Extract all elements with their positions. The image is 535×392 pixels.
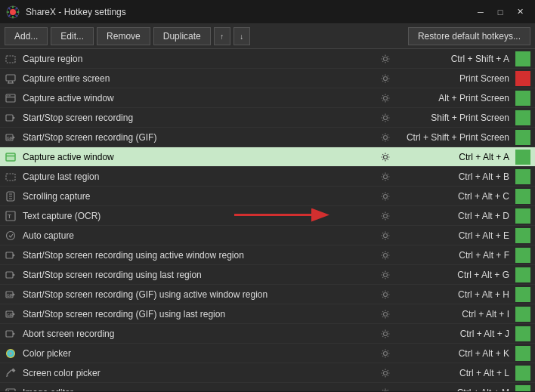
hotkey-label: Ctrl + Alt + E <box>394 230 515 241</box>
svg-point-34 <box>384 214 388 218</box>
hotkey-label: Alt + Print Screen <box>394 93 515 103</box>
list-item[interactable]: Start/Stop screen recording using last r… <box>0 265 535 285</box>
status-indicator <box>515 91 530 106</box>
svg-text:T: T <box>8 213 11 220</box>
row-label: Auto capture <box>23 230 379 241</box>
status-indicator <box>515 71 530 86</box>
record-icon <box>5 249 17 261</box>
image-icon <box>5 387 17 392</box>
settings-icon[interactable] <box>379 249 391 261</box>
remove-button[interactable]: Remove <box>97 27 150 45</box>
hotkey-label: Ctrl + Alt + J <box>394 329 515 339</box>
svg-text:GIF: GIF <box>7 136 13 140</box>
settings-icon[interactable] <box>379 269 391 281</box>
list-item[interactable]: Capture regionCtrl + Shift + A <box>0 49 535 69</box>
settings-icon[interactable] <box>379 171 391 183</box>
title-bar: ShareX - Hotkey settings ─ □ ✕ <box>0 0 535 24</box>
svg-text:GIF: GIF <box>7 313 13 317</box>
settings-icon[interactable] <box>379 328 391 340</box>
list-item[interactable]: Scrolling captureCtrl + Alt + C <box>0 187 535 206</box>
gif-icon: GIF <box>5 131 17 144</box>
svg-point-58 <box>384 371 388 375</box>
svg-rect-24 <box>6 174 15 181</box>
list-item[interactable]: Capture active windowAlt + Print Screen <box>0 88 535 108</box>
row-label: Capture region <box>23 54 379 64</box>
status-indicator <box>515 248 530 263</box>
svg-rect-21 <box>6 153 15 161</box>
svg-point-54 <box>6 349 15 358</box>
duplicate-button[interactable]: Duplicate <box>153 27 211 45</box>
list-item[interactable]: Capture entire screenPrint Screen <box>0 69 535 88</box>
settings-icon[interactable] <box>379 387 391 392</box>
row-label: Capture last region <box>23 171 379 182</box>
hotkey-label: Ctrl + Alt + G <box>394 270 515 280</box>
settings-icon[interactable] <box>379 131 391 144</box>
row-label: Capture active window <box>23 93 379 103</box>
auto-icon <box>5 230 17 242</box>
list-item[interactable]: Screen color pickerCtrl + Alt + L <box>0 363 535 383</box>
record-icon <box>5 112 17 124</box>
list-item[interactable]: Capture active windowCtrl + Alt + A <box>0 147 535 167</box>
add-button[interactable]: Add... <box>5 27 48 45</box>
settings-icon[interactable] <box>379 308 391 320</box>
list-item[interactable]: TText capture (OCR)Ctrl + Alt + D <box>0 206 535 226</box>
svg-point-50 <box>384 312 388 316</box>
minimize-button[interactable]: ─ <box>472 5 490 20</box>
settings-icon[interactable] <box>379 347 391 360</box>
status-indicator <box>515 169 530 184</box>
svg-point-25 <box>384 174 388 178</box>
svg-rect-51 <box>6 331 13 337</box>
svg-rect-59 <box>6 389 15 392</box>
maximize-button[interactable]: □ <box>491 5 509 20</box>
status-indicator <box>515 208 530 224</box>
status-indicator <box>515 385 530 392</box>
svg-point-3 <box>384 57 388 60</box>
settings-icon[interactable] <box>379 190 391 202</box>
status-indicator <box>515 287 530 302</box>
settings-icon[interactable] <box>379 73 391 85</box>
edit-button[interactable]: Edit... <box>51 27 94 45</box>
settings-icon[interactable] <box>379 289 391 301</box>
svg-text:GIF: GIF <box>7 293 13 298</box>
move-down-button[interactable]: ↓ <box>233 27 250 45</box>
list-item[interactable]: Color pickerCtrl + Alt + K <box>0 344 535 363</box>
scroll-icon <box>5 190 17 202</box>
settings-icon[interactable] <box>379 151 391 163</box>
svg-point-46 <box>384 292 388 296</box>
record-icon <box>5 269 17 281</box>
row-label: Start/Stop screen recording (GIF) <box>23 132 379 143</box>
settings-icon[interactable] <box>379 92 391 104</box>
settings-icon[interactable] <box>379 112 391 124</box>
svg-point-61 <box>384 390 388 391</box>
list-item[interactable]: Abort screen recordingCtrl + Alt + J <box>0 324 535 344</box>
list-item[interactable]: Start/Stop screen recordingShift + Print… <box>0 108 535 128</box>
status-indicator <box>515 110 530 125</box>
list-item[interactable]: Auto captureCtrl + Alt + E <box>0 226 535 245</box>
row-label: Start/Stop screen recording using last r… <box>23 270 379 280</box>
list-item[interactable]: Start/Stop screen recording using active… <box>0 245 535 265</box>
restore-button[interactable]: Restore default hotkeys... <box>408 27 530 45</box>
list-item[interactable]: Capture last regionCtrl + Alt + B <box>0 167 535 187</box>
list-item[interactable]: GIFStart/Stop screen recording (GIF) usi… <box>0 304 535 324</box>
settings-icon[interactable] <box>379 230 391 242</box>
settings-icon[interactable] <box>379 210 391 222</box>
row-label: Image editor <box>23 387 379 392</box>
svg-point-8 <box>384 76 388 80</box>
status-indicator <box>515 307 530 322</box>
hotkey-list[interactable]: Capture regionCtrl + Shift + ACapture en… <box>0 49 535 391</box>
list-item[interactable]: GIFStart/Stop screen recording (GIF)Ctrl… <box>0 128 535 147</box>
row-label: Start/Stop screen recording (GIF) using … <box>23 309 379 319</box>
row-label: Start/Stop screen recording (GIF) using … <box>23 289 379 300</box>
settings-icon[interactable] <box>379 53 391 65</box>
settings-icon[interactable] <box>379 367 391 379</box>
picker-icon <box>5 367 17 379</box>
window-controls: ─ □ ✕ <box>472 5 529 20</box>
hotkey-label: Ctrl + Alt + B <box>394 171 515 182</box>
close-button[interactable]: ✕ <box>511 5 529 20</box>
row-label: Start/Stop screen recording using active… <box>23 250 379 261</box>
svg-point-11 <box>8 95 9 97</box>
list-item[interactable]: GIFStart/Stop screen recording (GIF) usi… <box>0 285 535 304</box>
row-label: Capture entire screen <box>23 73 379 84</box>
move-up-button[interactable]: ↑ <box>214 27 230 45</box>
list-item[interactable]: Image editorCtrl + Alt + M <box>0 383 535 391</box>
